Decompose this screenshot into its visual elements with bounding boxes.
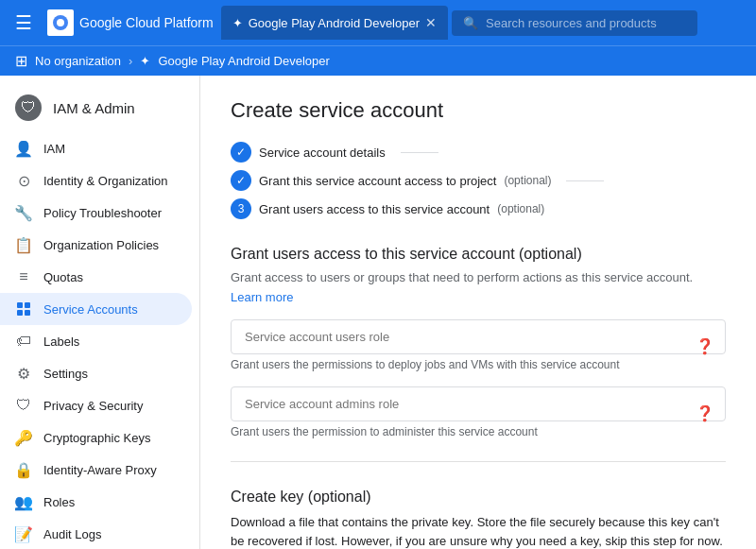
sidebar: 🛡 IAM & Admin 👤 IAM ⊙ Identity & Organiz… xyxy=(0,76,200,549)
search-input[interactable] xyxy=(486,16,675,30)
breadcrumb: ⊞ No organization › ✦ Google Play Androi… xyxy=(0,45,756,76)
audit-logs-label: Audit Logs xyxy=(43,527,101,541)
sidebar-item-policy-troubleshooter[interactable]: 🔧 Policy Troubleshooter xyxy=(0,197,192,229)
breadcrumb-sep: › xyxy=(129,54,132,68)
admins-role-field: ❓ Grant users the permission to administ… xyxy=(231,386,726,438)
org-policies-label: Organization Policies xyxy=(43,238,159,252)
sidebar-item-cryptographic-keys[interactable]: 🔑 Cryptographic Keys xyxy=(0,421,192,454)
sidebar-item-iam[interactable]: 👤 IAM xyxy=(0,132,192,164)
tab-label: Google Play Android Developer xyxy=(249,16,420,30)
step-3-circle: 3 xyxy=(231,198,251,219)
step-2: ✓ Grant this service account access to p… xyxy=(231,170,551,191)
users-role-help-icon[interactable]: ❓ xyxy=(696,336,714,354)
step-1-label: Service account details xyxy=(259,146,386,160)
audit-logs-icon: 📝 xyxy=(15,525,32,542)
tab-bar: ✦ Google Play Android Developer ✕ 🔍 xyxy=(221,6,748,40)
active-tab[interactable]: ✦ Google Play Android Developer ✕ xyxy=(221,6,448,40)
svg-rect-4 xyxy=(17,310,23,316)
section-divider xyxy=(231,461,726,462)
step-divider-1 xyxy=(401,152,438,153)
svg-rect-2 xyxy=(17,302,23,308)
org-label[interactable]: No organization xyxy=(35,54,121,68)
identity-org-icon: ⊙ xyxy=(15,172,32,189)
main-layout: 🛡 IAM & Admin 👤 IAM ⊙ Identity & Organiz… xyxy=(0,76,756,549)
users-role-input[interactable] xyxy=(231,319,726,354)
tab-icon: ✦ xyxy=(232,16,243,30)
policy-troubleshooter-icon: 🔧 xyxy=(15,204,32,221)
stepper: ✓ Service account details ✓ Grant this s… xyxy=(231,142,726,219)
settings-icon: ⚙ xyxy=(15,365,32,382)
admins-role-help-icon[interactable]: ❓ xyxy=(696,403,714,421)
grant-users-section: Grant users access to this service accou… xyxy=(231,246,726,438)
top-nav-bar: ☰ Google Cloud Platform ✦ Google Play An… xyxy=(0,0,756,45)
create-key-section: Create key (optional) Download a file th… xyxy=(231,489,726,549)
create-key-title: Create key (optional) xyxy=(231,489,726,506)
roles-label: Roles xyxy=(43,495,75,509)
sidebar-item-quotas[interactable]: ≡ Quotas xyxy=(0,261,192,293)
cryptographic-keys-icon: 🔑 xyxy=(15,429,32,446)
step-3-label: Grant users access to this service accou… xyxy=(259,202,490,216)
grant-section-desc: Grant access to users or groups that nee… xyxy=(231,270,726,284)
step-2-optional: (optional) xyxy=(504,174,551,187)
identity-aware-proxy-label: Identity-Aware Proxy xyxy=(43,463,157,477)
logo-text: Google Cloud Platform xyxy=(79,15,214,30)
identity-aware-proxy-icon: 🔒 xyxy=(15,461,32,478)
service-accounts-icon xyxy=(15,300,32,317)
sidebar-item-privacy-security[interactable]: 🛡 Privacy & Security xyxy=(0,389,192,421)
sidebar-item-settings[interactable]: ⚙ Settings xyxy=(0,357,192,389)
project-icon: ✦ xyxy=(140,54,150,68)
org-policies-icon: 📋 xyxy=(15,236,32,253)
create-key-desc: Download a file that contains the privat… xyxy=(231,513,726,549)
app-logo: Google Cloud Platform xyxy=(47,9,214,36)
step-3-optional: (optional) xyxy=(497,202,544,215)
org-grid-icon: ⊞ xyxy=(15,52,27,70)
main-content: Create service account ✓ Service account… xyxy=(200,76,756,549)
search-icon: 🔍 xyxy=(463,16,478,30)
sidebar-header-icon: 🛡 xyxy=(15,94,42,121)
sidebar-item-roles[interactable]: 👥 Roles xyxy=(0,486,192,518)
learn-more-link[interactable]: Learn more xyxy=(231,290,293,304)
quotas-label: Quotas xyxy=(43,270,83,284)
sidebar-item-labels[interactable]: 🏷 Labels xyxy=(0,325,192,357)
privacy-security-icon: 🛡 xyxy=(15,397,32,414)
close-tab-icon[interactable]: ✕ xyxy=(425,15,437,30)
menu-icon[interactable]: ☰ xyxy=(8,4,40,42)
settings-label: Settings xyxy=(43,367,88,381)
identity-org-label: Identity & Organization xyxy=(43,174,168,188)
users-role-field: ❓ Grant users the permissions to deploy … xyxy=(231,319,726,371)
page-title: Create service account xyxy=(231,98,726,123)
project-label[interactable]: Google Play Android Developer xyxy=(158,54,329,68)
sidebar-item-identity-org[interactable]: ⊙ Identity & Organization xyxy=(0,164,192,197)
step-1: ✓ Service account details xyxy=(231,142,386,163)
step-2-label: Grant this service account access to pro… xyxy=(259,174,496,188)
roles-icon: 👥 xyxy=(15,493,32,510)
iam-icon: 👤 xyxy=(15,140,32,157)
policy-troubleshooter-label: Policy Troubleshooter xyxy=(43,206,162,220)
sidebar-item-audit-logs[interactable]: 📝 Audit Logs xyxy=(0,518,192,549)
admins-role-input[interactable] xyxy=(231,386,726,421)
logo-icon xyxy=(47,9,74,36)
labels-label: Labels xyxy=(43,335,79,349)
privacy-security-label: Privacy & Security xyxy=(43,399,143,413)
cryptographic-keys-label: Cryptographic Keys xyxy=(43,431,150,445)
service-accounts-label: Service Accounts xyxy=(43,302,138,317)
users-role-hint: Grant users the permissions to deploy jo… xyxy=(231,358,726,371)
step-2-circle: ✓ xyxy=(231,170,251,191)
sidebar-item-org-policies[interactable]: 📋 Organization Policies xyxy=(0,229,192,261)
iam-label: IAM xyxy=(43,142,65,156)
sidebar-header: 🛡 IAM & Admin xyxy=(0,83,199,132)
svg-rect-3 xyxy=(25,302,30,308)
step-1-circle: ✓ xyxy=(231,142,251,163)
labels-icon: 🏷 xyxy=(15,333,32,350)
svg-rect-5 xyxy=(25,310,30,316)
sidebar-item-identity-aware-proxy[interactable]: 🔒 Identity-Aware Proxy xyxy=(0,454,192,486)
admins-role-hint: Grant users the permission to administer… xyxy=(231,425,726,438)
grant-section-title: Grant users access to this service accou… xyxy=(231,246,726,263)
step-divider-2 xyxy=(566,180,604,181)
step-3: 3 Grant users access to this service acc… xyxy=(231,198,544,219)
search-bar: 🔍 xyxy=(452,10,697,36)
svg-point-1 xyxy=(57,19,64,26)
sidebar-item-service-accounts[interactable]: Service Accounts xyxy=(0,293,192,325)
sidebar-header-label: IAM & Admin xyxy=(53,100,135,116)
quotas-icon: ≡ xyxy=(15,268,32,285)
